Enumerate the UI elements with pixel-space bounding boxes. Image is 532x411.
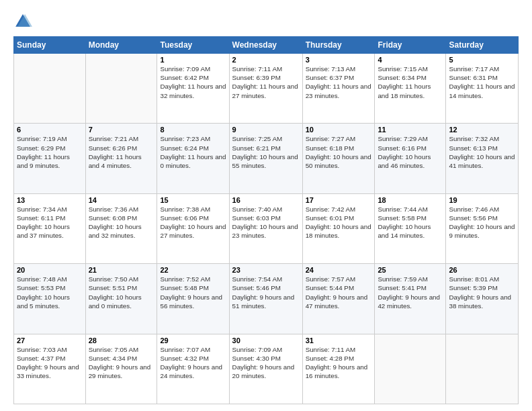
calendar-cell: 24Sunrise: 7:57 AMSunset: 5:44 PMDayligh… [302, 264, 375, 334]
calendar-cell: 26Sunrise: 8:01 AMSunset: 5:39 PMDayligh… [446, 264, 519, 334]
calendar-cell: 1Sunrise: 7:09 AMSunset: 6:42 PMDaylight… [157, 54, 229, 124]
day-detail: Sunrise: 7:46 AMSunset: 5:56 PMDaylight:… [449, 205, 515, 240]
calendar-cell: 9Sunrise: 7:25 AMSunset: 6:21 PMDaylight… [229, 124, 302, 193]
day-detail: Sunrise: 7:40 AMSunset: 6:03 PMDaylight:… [232, 205, 300, 240]
calendar-week-1: 1Sunrise: 7:09 AMSunset: 6:42 PMDaylight… [14, 54, 519, 124]
day-number: 2 [232, 56, 300, 64]
day-number: 13 [17, 196, 83, 204]
day-detail: Sunrise: 7:42 AMSunset: 6:01 PMDaylight:… [306, 205, 372, 240]
day-number: 30 [232, 336, 300, 345]
day-number: 29 [160, 336, 226, 345]
day-detail: Sunrise: 7:25 AMSunset: 6:21 PMDaylight:… [232, 134, 300, 170]
calendar-week-2: 6Sunrise: 7:19 AMSunset: 6:29 PMDaylight… [14, 124, 519, 193]
page: SundayMondayTuesdayWednesdayThursdayFrid… [0, 0, 532, 411]
day-detail: Sunrise: 7:17 AMSunset: 6:31 PMDaylight:… [449, 64, 515, 100]
day-number: 17 [306, 196, 372, 204]
calendar-cell: 23Sunrise: 7:54 AMSunset: 5:46 PMDayligh… [229, 264, 302, 334]
calendar-cell: 19Sunrise: 7:46 AMSunset: 5:56 PMDayligh… [446, 193, 519, 263]
day-number: 18 [378, 196, 443, 204]
calendar-cell: 6Sunrise: 7:19 AMSunset: 6:29 PMDaylight… [14, 124, 86, 193]
day-detail: Sunrise: 7:21 AMSunset: 6:26 PMDaylight:… [89, 134, 154, 170]
day-detail: Sunrise: 7:57 AMSunset: 5:44 PMDaylight:… [306, 275, 372, 310]
day-number: 7 [89, 126, 154, 134]
day-number: 19 [449, 196, 515, 204]
calendar-cell: 27Sunrise: 7:03 AMSunset: 4:37 PMDayligh… [14, 334, 86, 404]
day-detail: Sunrise: 7:13 AMSunset: 6:37 PMDaylight:… [306, 64, 372, 100]
day-number: 12 [449, 126, 515, 134]
day-number: 14 [89, 196, 154, 204]
day-number: 5 [449, 56, 515, 64]
day-detail: Sunrise: 7:23 AMSunset: 6:24 PMDaylight:… [160, 134, 226, 170]
day-detail: Sunrise: 7:59 AMSunset: 5:41 PMDaylight:… [378, 275, 443, 310]
day-number: 24 [306, 266, 372, 274]
calendar-cell: 11Sunrise: 7:29 AMSunset: 6:16 PMDayligh… [375, 124, 446, 193]
calendar-header-row: SundayMondayTuesdayWednesdayThursdayFrid… [14, 37, 519, 54]
calendar-week-4: 20Sunrise: 7:48 AMSunset: 5:53 PMDayligh… [14, 264, 519, 334]
day-number: 1 [160, 56, 226, 64]
calendar-header-friday: Friday [375, 37, 446, 54]
day-detail: Sunrise: 7:34 AMSunset: 6:11 PMDaylight:… [17, 205, 83, 240]
calendar-header-monday: Monday [85, 37, 157, 54]
calendar-cell: 30Sunrise: 7:09 AMSunset: 4:30 PMDayligh… [229, 334, 302, 404]
day-detail: Sunrise: 7:48 AMSunset: 5:53 PMDaylight:… [17, 275, 83, 310]
day-number: 27 [17, 336, 83, 345]
logo-icon [13, 12, 32, 31]
day-number: 21 [89, 266, 154, 274]
day-detail: Sunrise: 7:11 AMSunset: 6:39 PMDaylight:… [232, 64, 300, 100]
day-detail: Sunrise: 7:36 AMSunset: 6:08 PMDaylight:… [89, 205, 154, 240]
day-detail: Sunrise: 7:32 AMSunset: 6:13 PMDaylight:… [449, 134, 515, 170]
calendar-cell [85, 54, 157, 124]
calendar-cell: 28Sunrise: 7:05 AMSunset: 4:34 PMDayligh… [85, 334, 157, 404]
day-detail: Sunrise: 7:29 AMSunset: 6:16 PMDaylight:… [378, 134, 443, 170]
calendar-cell: 20Sunrise: 7:48 AMSunset: 5:53 PMDayligh… [14, 264, 86, 334]
day-number: 26 [449, 266, 515, 274]
calendar-cell: 10Sunrise: 7:27 AMSunset: 6:18 PMDayligh… [302, 124, 375, 193]
logo [13, 12, 35, 31]
day-number: 15 [160, 196, 226, 204]
calendar-cell: 17Sunrise: 7:42 AMSunset: 6:01 PMDayligh… [302, 193, 375, 263]
calendar-cell: 31Sunrise: 7:11 AMSunset: 4:28 PMDayligh… [302, 334, 375, 404]
day-number: 16 [232, 196, 300, 204]
day-number: 6 [17, 126, 83, 134]
calendar-cell: 21Sunrise: 7:50 AMSunset: 5:51 PMDayligh… [85, 264, 157, 334]
day-detail: Sunrise: 7:54 AMSunset: 5:46 PMDaylight:… [232, 275, 300, 310]
calendar-header-tuesday: Tuesday [157, 37, 229, 54]
calendar-cell: 16Sunrise: 7:40 AMSunset: 6:03 PMDayligh… [229, 193, 302, 263]
day-number: 4 [378, 56, 443, 64]
calendar-header-wednesday: Wednesday [229, 37, 302, 54]
calendar-table: SundayMondayTuesdayWednesdayThursdayFrid… [13, 36, 519, 404]
calendar-cell: 12Sunrise: 7:32 AMSunset: 6:13 PMDayligh… [446, 124, 519, 193]
day-number: 11 [378, 126, 443, 134]
day-number: 20 [17, 266, 83, 274]
calendar-cell [14, 54, 86, 124]
calendar-cell: 3Sunrise: 7:13 AMSunset: 6:37 PMDaylight… [302, 54, 375, 124]
calendar-cell [446, 334, 519, 404]
calendar-header-thursday: Thursday [302, 37, 375, 54]
day-detail: Sunrise: 8:01 AMSunset: 5:39 PMDaylight:… [449, 275, 515, 310]
day-number: 31 [306, 336, 372, 345]
calendar-cell: 4Sunrise: 7:15 AMSunset: 6:34 PMDaylight… [375, 54, 446, 124]
day-detail: Sunrise: 7:11 AMSunset: 4:28 PMDaylight:… [306, 345, 372, 381]
day-detail: Sunrise: 7:15 AMSunset: 6:34 PMDaylight:… [378, 64, 443, 100]
day-detail: Sunrise: 7:05 AMSunset: 4:34 PMDaylight:… [89, 345, 154, 381]
day-detail: Sunrise: 7:52 AMSunset: 5:48 PMDaylight:… [160, 275, 226, 310]
calendar-cell: 8Sunrise: 7:23 AMSunset: 6:24 PMDaylight… [157, 124, 229, 193]
day-number: 9 [232, 126, 300, 134]
day-detail: Sunrise: 7:50 AMSunset: 5:51 PMDaylight:… [89, 275, 154, 310]
day-number: 3 [306, 56, 372, 64]
day-detail: Sunrise: 7:09 AMSunset: 6:42 PMDaylight:… [160, 64, 226, 100]
calendar-header-sunday: Sunday [14, 37, 86, 54]
day-detail: Sunrise: 7:27 AMSunset: 6:18 PMDaylight:… [306, 134, 372, 170]
calendar-cell: 22Sunrise: 7:52 AMSunset: 5:48 PMDayligh… [157, 264, 229, 334]
calendar-cell: 29Sunrise: 7:07 AMSunset: 4:32 PMDayligh… [157, 334, 229, 404]
day-detail: Sunrise: 7:07 AMSunset: 4:32 PMDaylight:… [160, 345, 226, 381]
calendar-cell: 18Sunrise: 7:44 AMSunset: 5:58 PMDayligh… [375, 193, 446, 263]
day-detail: Sunrise: 7:19 AMSunset: 6:29 PMDaylight:… [17, 134, 83, 170]
header [13, 12, 519, 31]
day-number: 23 [232, 266, 300, 274]
calendar-cell: 13Sunrise: 7:34 AMSunset: 6:11 PMDayligh… [14, 193, 86, 263]
day-detail: Sunrise: 7:03 AMSunset: 4:37 PMDaylight:… [17, 345, 83, 381]
day-number: 10 [306, 126, 372, 134]
calendar-cell: 7Sunrise: 7:21 AMSunset: 6:26 PMDaylight… [85, 124, 157, 193]
calendar-cell: 14Sunrise: 7:36 AMSunset: 6:08 PMDayligh… [85, 193, 157, 263]
